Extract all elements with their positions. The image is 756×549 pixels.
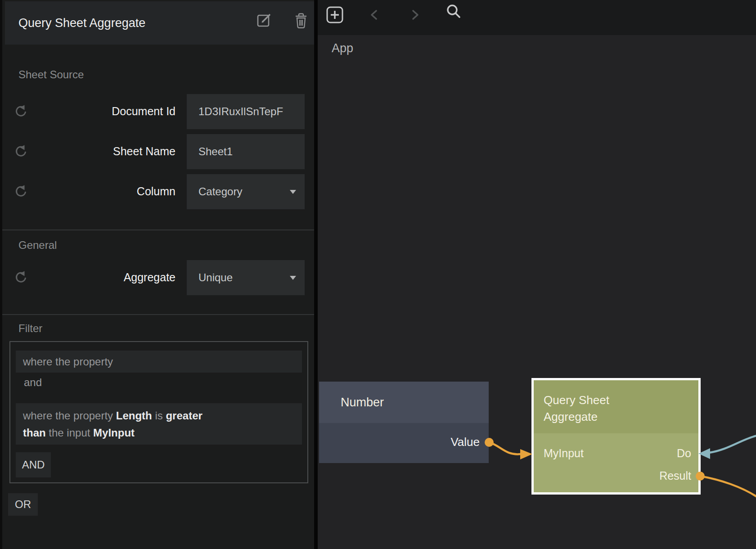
reset-icon[interactable]	[13, 144, 28, 159]
condition-property: Length	[116, 410, 152, 422]
add-node-icon[interactable]	[326, 6, 344, 24]
field-label-document-id: Document Id	[29, 105, 176, 118]
and-button[interactable]: AND	[16, 452, 51, 477]
field-label-aggregate: Aggregate	[29, 271, 176, 284]
reset-icon[interactable]	[13, 104, 28, 119]
condition-text: the input	[46, 427, 93, 439]
sheet-name-input[interactable]: Sheet1	[187, 134, 305, 169]
condition-text: where the property	[23, 410, 116, 422]
field-label-sheet-name: Sheet Name	[29, 145, 176, 158]
aggregate-value: Unique	[198, 271, 233, 284]
port-label-result: Result	[659, 469, 691, 482]
chevron-down-icon	[289, 275, 297, 280]
section-filter: Filter	[18, 322, 42, 335]
condition-operator: than	[23, 427, 46, 439]
forward-icon[interactable]	[410, 9, 420, 21]
section-divider	[2, 314, 316, 315]
node-body: Value	[319, 423, 489, 463]
aggregate-dropdown[interactable]: Unique	[187, 260, 305, 295]
reset-icon[interactable]	[13, 184, 28, 199]
canvas-toolbar	[318, 0, 756, 35]
property-panel: Query Sheet Aggregate Sheet Source Docum…	[0, 0, 314, 549]
chevron-down-icon	[289, 189, 297, 194]
condition-line-2: than the input MyInput	[23, 424, 295, 441]
node-title: Number	[319, 382, 489, 423]
panel-header: Query Sheet Aggregate	[5, 1, 316, 45]
sheet-name-value: Sheet1	[198, 145, 233, 158]
edit-icon[interactable]	[256, 12, 273, 28]
section-general: General	[18, 239, 57, 252]
filter-condition[interactable]: where the property	[16, 351, 302, 373]
port-label-value: Value	[450, 435, 480, 449]
field-label-column: Column	[29, 185, 176, 198]
reset-icon[interactable]	[13, 270, 28, 285]
node-query-sheet-aggregate[interactable]: Query Sheet Aggregate MyInput Do Result	[531, 378, 701, 495]
node-canvas[interactable]: App Number Value Query Sheet Aggregate M…	[318, 0, 756, 549]
document-id-value: 1D3IRuxIlSnTepF	[198, 105, 283, 117]
or-button[interactable]: OR	[8, 493, 38, 516]
column-dropdown[interactable]: Category	[187, 174, 305, 209]
condition-line-1: where the property Length is greater	[23, 407, 295, 424]
filter-connector: and	[24, 376, 42, 389]
port-label-do: Do	[677, 447, 691, 460]
column-value: Category	[198, 185, 242, 198]
trash-icon[interactable]	[293, 12, 309, 30]
breadcrumb[interactable]: App	[332, 41, 353, 55]
condition-input: MyInput	[93, 427, 135, 439]
section-sheet-source: Sheet Source	[18, 68, 84, 81]
condition-text: is	[152, 410, 166, 422]
document-id-input[interactable]: 1D3IRuxIlSnTepF	[187, 94, 305, 129]
node-header: Number	[319, 382, 489, 423]
node-header: Query Sheet Aggregate	[534, 380, 698, 433]
node-body: MyInput Do Result	[534, 433, 698, 492]
section-divider	[2, 230, 316, 230]
condition-operator: greater	[166, 410, 202, 422]
search-icon[interactable]	[445, 3, 464, 22]
filter-group: where the property and where the propert…	[9, 341, 308, 483]
back-icon[interactable]	[369, 9, 380, 21]
node-title: Query Sheet Aggregate	[534, 380, 637, 425]
node-number[interactable]: Number Value	[319, 382, 489, 463]
port-row: MyInput Do	[544, 447, 691, 460]
panel-title: Query Sheet Aggregate	[18, 1, 145, 45]
panel-canvas-divider[interactable]	[314, 0, 318, 549]
filter-condition[interactable]: where the property Length is greater tha…	[16, 403, 302, 445]
port-label-myinput: MyInput	[544, 447, 584, 460]
port-row: Result	[544, 469, 691, 482]
